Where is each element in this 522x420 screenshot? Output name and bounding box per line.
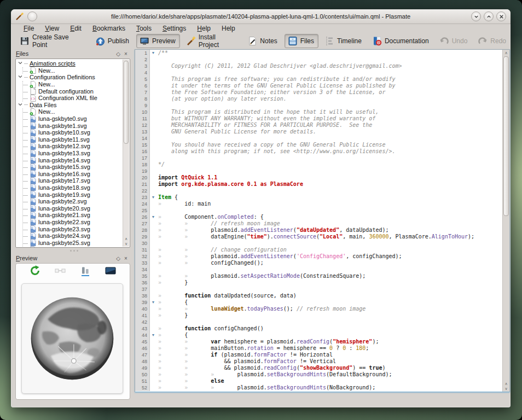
code-line[interactable]: 17 xyxy=(135,155,509,161)
code-line[interactable]: 4 xyxy=(135,69,509,76)
code-line[interactable]: 22 xyxy=(135,188,509,194)
code-line[interactable]: 25 xyxy=(135,207,509,214)
code-line[interactable]: 39▼» { xyxy=(135,299,509,306)
code-line[interactable]: 14 xyxy=(135,135,509,142)
tree-item[interactable]: luna-gskbyte1.svg xyxy=(23,122,130,129)
tree-item[interactable]: luna-gskbyte25.svg xyxy=(23,239,130,246)
close-panel-icon[interactable]: × xyxy=(122,254,130,262)
code-line[interactable]: 10 This program is distributed in the ho… xyxy=(135,109,509,115)
preview-tool-desktop-view[interactable] xyxy=(104,265,117,278)
tree-item[interactable]: luna-gskbyte12.svg xyxy=(23,143,130,150)
code-line[interactable]: 11 but WITHOUT ANY WARRANTY; without eve… xyxy=(135,115,509,122)
toolbar-button-publish[interactable]: Publish xyxy=(92,34,134,48)
code-line[interactable]: 7 the Free Software Foundation; either v… xyxy=(135,89,509,96)
code-line[interactable]: 9 xyxy=(135,102,509,109)
tree-item[interactable]: luna-gskbyte24.svg xyxy=(23,232,130,240)
code-line[interactable]: 45» » var hemisphere = plasmoid.readConf… xyxy=(135,339,509,345)
tree-item[interactable]: luna-gskbyte26.svg xyxy=(23,246,130,248)
code-line[interactable]: 30 xyxy=(135,240,509,247)
toolbar-button-timeline[interactable]: Timeline xyxy=(321,34,366,48)
tree-item[interactable]: luna-gskbyte21.svg xyxy=(23,212,130,219)
tree-item[interactable]: New... xyxy=(23,67,130,74)
code-line[interactable]: 47» » if (plasmoid.formFactor != Horizon… xyxy=(135,352,509,358)
toolbar-button-redo[interactable]: Redo xyxy=(474,34,511,48)
code-line[interactable]: 32» » plasmoid.addEventListener('ConfigC… xyxy=(135,253,509,260)
scroll-up-icon[interactable]: ∧ xyxy=(503,50,509,55)
code-line[interactable]: 46» » mainButton.rotation = hemisphere =… xyxy=(135,345,509,352)
close-panel-icon[interactable]: × xyxy=(122,50,130,57)
code-line[interactable]: 43» function configChanged() xyxy=(135,325,509,332)
code-line[interactable]: 18*/ xyxy=(135,161,509,168)
tree-item[interactable]: luna-gskbyte18.svg xyxy=(23,184,130,191)
code-line[interactable]: 28» » plasmoid.addEventListener("dataUpd… xyxy=(135,227,509,234)
tree-item[interactable]: luna-gskbyte13.svg xyxy=(23,150,130,157)
code-line[interactable]: 5 This program is free software; you can… xyxy=(135,76,509,83)
code-line[interactable]: 51» » else xyxy=(135,378,509,384)
code-line[interactable]: 40» » lunaWidget.todayPhases(); // refre… xyxy=(135,306,509,312)
code-line[interactable]: 24» id: main xyxy=(135,201,509,207)
code-line[interactable]: 38» function dataUpdated(source, data) xyxy=(135,293,509,299)
minimize-button[interactable] xyxy=(471,11,481,21)
fold-marker-icon[interactable]: ▼ xyxy=(150,299,156,306)
float-panel-icon[interactable]: ◇ xyxy=(114,50,122,57)
tree-folder-data-files[interactable]: Data Files xyxy=(18,102,130,109)
code-line[interactable]: 6 it under the terms of the GNU General … xyxy=(135,83,509,89)
code-line[interactable]: 8 (at your option) any later version. xyxy=(135,96,509,102)
maximize-button[interactable] xyxy=(484,11,494,21)
code-editor[interactable]: 1▼/**23 Copyright (C) 2011, 2012 Glad De… xyxy=(135,49,510,392)
toolbar-button-undo[interactable]: Undo xyxy=(436,34,472,48)
tree-item[interactable]: New... xyxy=(23,108,130,115)
toolbar-button-install-project[interactable]: Install Project xyxy=(183,32,242,50)
tree-item[interactable]: luna-gskbyte20.svg xyxy=(23,205,130,212)
preview-tool-refresh[interactable] xyxy=(28,265,42,278)
editor-scrollbar[interactable]: ∧ ∧ ∨ xyxy=(502,50,509,392)
expander-icon[interactable] xyxy=(18,61,24,66)
menu-tools[interactable]: Tools xyxy=(131,24,156,33)
scroll-down-icon[interactable]: ∨ xyxy=(123,241,129,246)
close-button[interactable] xyxy=(496,11,506,21)
expander-icon[interactable] xyxy=(18,102,24,108)
code-line[interactable]: 16 along with this program; if not, see … xyxy=(135,148,509,155)
code-line[interactable]: 42 xyxy=(135,319,509,325)
float-panel-icon[interactable]: ◇ xyxy=(114,254,122,262)
tree-item[interactable]: luna-gskbyte19.svg xyxy=(23,191,130,198)
code-line[interactable]: 2 xyxy=(135,56,509,63)
tree-item[interactable]: luna-gskbyte16.svg xyxy=(23,171,130,178)
tree-item[interactable]: luna-gskbyte14.svg xyxy=(23,156,130,164)
code-line[interactable]: 34 xyxy=(135,266,509,273)
tree-item[interactable]: luna-gskbyte23.svg xyxy=(23,225,130,232)
code-line[interactable]: 29» » dataEngine("time").connectSource("… xyxy=(135,234,509,240)
tree-item[interactable]: luna-gskbyte11.svg xyxy=(23,136,130,143)
panel-splitter-handle[interactable] xyxy=(44,250,104,253)
preview-tool-resize-handles[interactable] xyxy=(54,265,67,278)
code-line[interactable]: 37 xyxy=(135,286,509,293)
toolbar-button-files[interactable]: Files xyxy=(285,34,318,48)
tree-item[interactable]: luna-gskbyte10.svg xyxy=(23,129,130,136)
tree-item[interactable]: Default configuration xyxy=(23,88,130,95)
tree-item[interactable]: luna-gskbyte17.svg xyxy=(23,177,130,184)
tree-item[interactable]: luna-gskbyte22.svg xyxy=(23,219,130,226)
tree-folder-configuration-definitions[interactable]: Configuration Definitions xyxy=(18,74,130,81)
expander-icon[interactable] xyxy=(18,74,24,80)
preview-tool-form-factor[interactable] xyxy=(79,265,92,278)
fold-marker-icon[interactable]: ▼ xyxy=(150,50,156,56)
toolbar-button-create-save-point[interactable]: Create Save Point xyxy=(16,32,89,50)
scroll-up-icon[interactable]: ∧ xyxy=(503,381,509,386)
code-line[interactable]: 20import QtQuick 1.1 xyxy=(135,174,509,181)
toolbar-button-preview[interactable]: Preview xyxy=(136,34,180,48)
file-tree-scrollbar-thumb[interactable] xyxy=(124,61,129,144)
code-line[interactable]: 1▼/** xyxy=(135,50,509,56)
tree-item[interactable]: luna-gskbyte0.svg xyxy=(23,115,130,122)
code-line[interactable]: 13 GNU General Public License for more d… xyxy=(135,129,509,135)
code-line[interactable]: 3 Copyright (C) 2011, 2012 Glad Deschrij… xyxy=(135,63,509,69)
tree-item[interactable]: Configuration XML file xyxy=(23,95,130,102)
code-line[interactable]: 50» » » plasmoid.setBackgroundHints(Defa… xyxy=(135,371,509,378)
tree-folder-animation-scripts[interactable]: Animation scripts xyxy=(18,60,130,67)
code-line[interactable]: 19 xyxy=(135,168,509,174)
code-line[interactable]: 27» » // refresh moon image xyxy=(135,220,509,227)
toolbar-button-notes[interactable]: Notes xyxy=(244,34,281,48)
code-line[interactable]: 26▼» Component.onCompleted: { xyxy=(135,214,509,220)
code-line[interactable]: 21import org.kde.plasma.core 0.1 as Plas… xyxy=(135,181,509,188)
code-line[interactable]: 33» » configChanged(); xyxy=(135,260,509,266)
code-line[interactable]: 23▼Item { xyxy=(135,194,509,201)
